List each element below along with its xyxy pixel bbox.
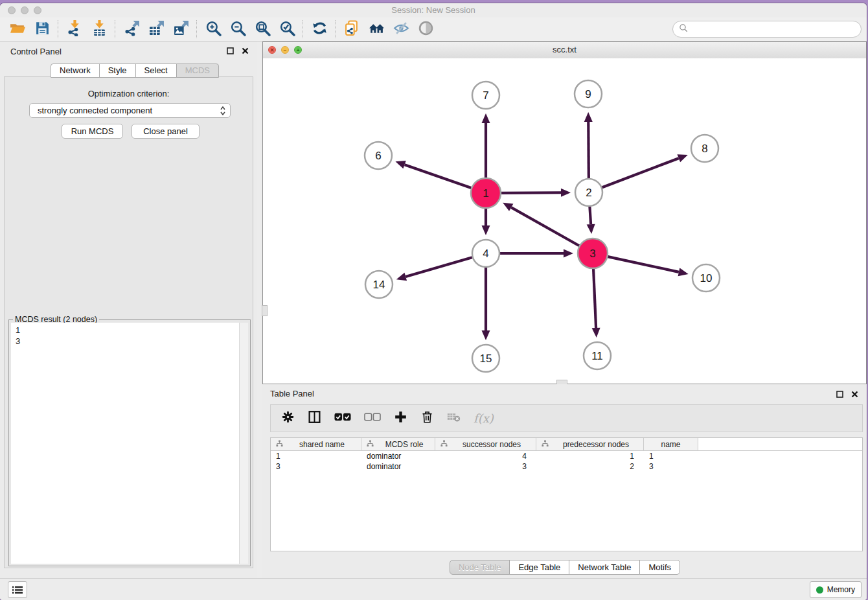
graph-node-label: 9 <box>585 88 591 100</box>
tab-network-table[interactable]: Network Table <box>569 560 640 575</box>
cell-name[interactable]: 1 <box>644 451 698 461</box>
hide-panel-button[interactable] <box>389 19 413 40</box>
zoom-in-button[interactable] <box>201 19 225 40</box>
graph-edge-2-9[interactable] <box>588 122 589 178</box>
hierarchy-icon <box>539 440 551 449</box>
column-header-successor-nodes[interactable]: successor nodes <box>435 438 536 450</box>
task-history-button[interactable] <box>8 581 27 598</box>
deselect-all-button[interactable] <box>364 410 381 427</box>
node-table: shared nameMCDS rolesuccessor nodesprede… <box>270 437 863 551</box>
cell-name[interactable]: 3 <box>644 461 698 472</box>
import-table-button[interactable] <box>87 19 111 40</box>
tab-network[interactable]: Network <box>51 63 100 78</box>
cell-predecessor-nodes[interactable]: 2 <box>536 461 644 472</box>
float-panel-icon[interactable] <box>226 47 234 55</box>
tab-style[interactable]: Style <box>99 63 136 78</box>
column-label: name <box>646 440 695 449</box>
memory-status-icon <box>816 586 823 594</box>
graph-edge-3-10[interactable] <box>608 257 679 272</box>
search-box[interactable] <box>672 21 862 38</box>
split-view-button[interactable] <box>308 410 321 427</box>
close-table-panel-icon[interactable] <box>851 390 859 398</box>
cell-predecessor-nodes[interactable]: 1 <box>536 451 644 461</box>
export-table-icon <box>148 20 165 39</box>
dropdown-stepper-icon <box>220 106 226 116</box>
search-icon <box>679 23 692 36</box>
cell-shared-name[interactable]: 1 <box>271 451 361 461</box>
duplicate-network-icon <box>344 20 360 39</box>
graph-edge-1-6[interactable] <box>405 165 472 188</box>
close-panel-icon[interactable] <box>241 47 249 55</box>
toolbar-separator <box>115 20 116 38</box>
zoom-selected-button[interactable] <box>275 19 299 40</box>
function-builder-button: f(x) <box>474 410 494 427</box>
network-canvas[interactable]: 7968124314101511 <box>263 58 866 384</box>
search-input[interactable] <box>692 24 855 35</box>
table-toolbar: f(x) <box>270 404 863 432</box>
memory-button[interactable]: Memory <box>810 581 862 598</box>
settings-button[interactable] <box>281 410 295 427</box>
cell-successor-nodes[interactable]: 4 <box>435 451 536 461</box>
graph-node-label: 3 <box>589 248 595 260</box>
column-header-predecessor-nodes[interactable]: predecessor nodes <box>536 438 644 450</box>
duplicate-network-button[interactable] <box>339 19 364 40</box>
graph-edge-4-14[interactable] <box>405 257 472 277</box>
tab-motifs[interactable]: Motifs <box>639 560 680 575</box>
export-network-button[interactable] <box>119 19 144 40</box>
float-table-panel-icon[interactable] <box>836 390 844 398</box>
graph-edge-2-3[interactable] <box>589 207 591 224</box>
close-panel-button[interactable]: Close panel <box>131 124 200 139</box>
tab-node-table[interactable]: Node Table <box>450 560 510 575</box>
clear-table-button <box>447 410 461 427</box>
column-header-shared-name[interactable]: shared name <box>271 438 361 450</box>
vertical-splitter-handle[interactable] <box>262 305 268 316</box>
result-scrollbar[interactable] <box>239 323 248 564</box>
graph-edge-arrowhead <box>396 273 407 281</box>
open-file-icon <box>10 20 26 39</box>
graph-edge-2-8[interactable] <box>602 158 679 187</box>
main-toolbar <box>0 17 867 41</box>
select-all-button[interactable] <box>334 410 351 427</box>
delete-row-button[interactable] <box>420 410 434 427</box>
column-header-MCDS-role[interactable]: MCDS role <box>361 438 435 450</box>
toggle-view-button[interactable] <box>413 19 438 40</box>
graph-node-label: 10 <box>700 272 713 284</box>
run-mcds-button[interactable]: Run MCDS <box>62 124 123 139</box>
graph-edge-arrowhead <box>482 113 490 123</box>
tab-select[interactable]: Select <box>135 63 177 78</box>
export-image-button[interactable] <box>168 19 193 40</box>
mcds-result-box: MCDS result (2 nodes) 13 <box>8 319 251 566</box>
graph-node-label: 8 <box>702 143 707 155</box>
graph-edge-1-2[interactable] <box>501 192 561 193</box>
graph-edge-3-11[interactable] <box>593 269 596 328</box>
cell-MCDS-role[interactable]: dominator <box>361 461 435 472</box>
export-table-button[interactable] <box>144 19 168 40</box>
cell-successor-nodes[interactable]: 3 <box>435 461 536 472</box>
refresh-view-button[interactable] <box>307 19 332 40</box>
zoom-out-button[interactable] <box>225 19 250 40</box>
graph-edge-arrowhead <box>678 268 689 277</box>
graph-edge-3-1[interactable] <box>511 207 579 246</box>
zoom-out-icon <box>230 20 246 39</box>
open-file-button[interactable] <box>5 19 30 40</box>
add-row-button[interactable] <box>394 410 407 427</box>
zoom-fit-button[interactable] <box>250 19 275 40</box>
save-session-button[interactable] <box>30 19 54 40</box>
show-all-networks-icon <box>369 20 385 39</box>
table-row[interactable]: 3dominator323 <box>271 461 862 472</box>
optimization-criterion-label: Optimization criterion: <box>5 89 253 98</box>
optimization-criterion-select[interactable]: strongly connected component <box>29 103 231 118</box>
show-all-networks-button[interactable] <box>364 19 389 40</box>
tab-edge-table[interactable]: Edge Table <box>509 560 569 575</box>
clear-table-icon <box>447 410 461 426</box>
graph-node-label: 11 <box>591 350 603 362</box>
mcds-result-list[interactable]: 13 <box>11 323 240 564</box>
table-panel-title: Table Panel <box>270 384 314 404</box>
tab-mcds[interactable]: MCDS <box>176 63 219 78</box>
cell-shared-name[interactable]: 3 <box>271 461 361 472</box>
column-header-name[interactable]: name <box>644 438 698 450</box>
cell-MCDS-role[interactable]: dominator <box>361 451 435 461</box>
graph-edge-arrowhead <box>564 249 573 258</box>
import-network-button[interactable] <box>62 19 87 40</box>
table-row[interactable]: 1dominator411 <box>271 451 862 461</box>
